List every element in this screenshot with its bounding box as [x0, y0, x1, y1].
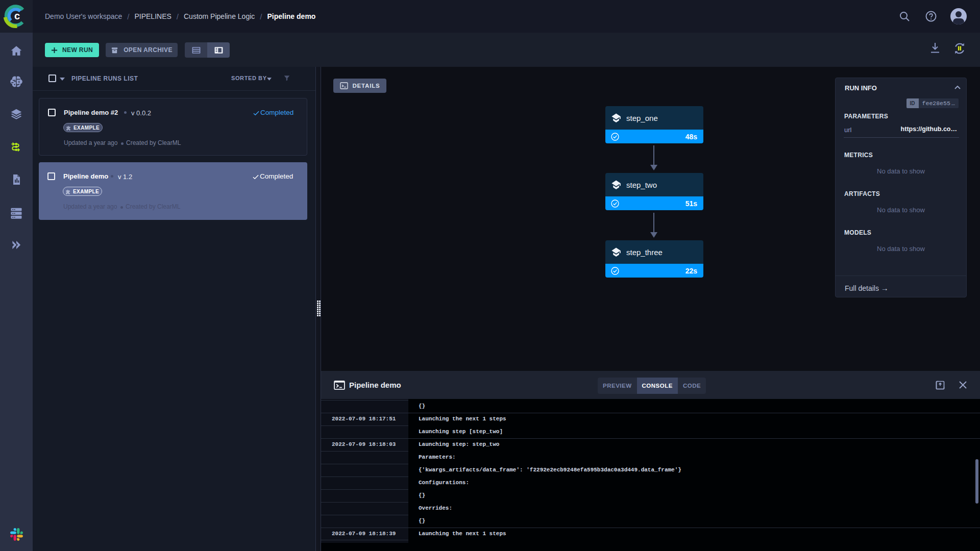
- svg-text:c: c: [14, 10, 20, 21]
